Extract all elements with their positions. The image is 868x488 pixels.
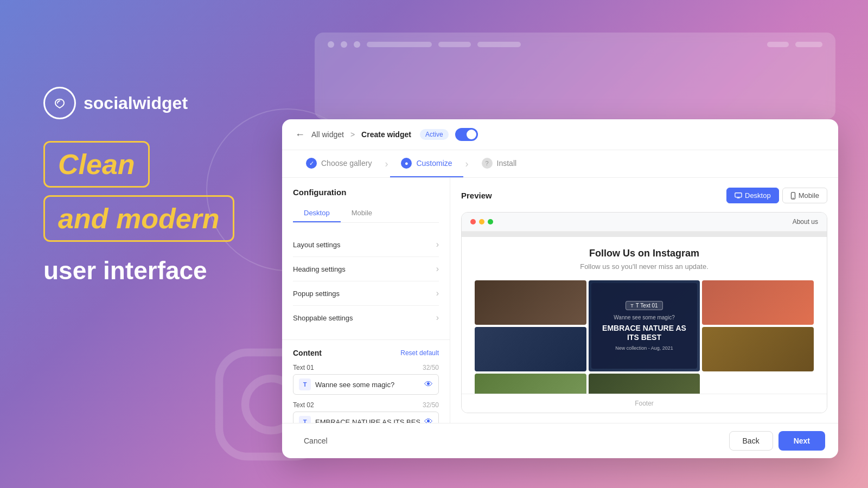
site-nav-bar — [462, 232, 827, 237]
field-text01-count: 32/50 — [423, 364, 439, 371]
step-sep-1: › — [385, 158, 388, 170]
heading-settings-row[interactable]: Heading settings › — [293, 257, 439, 281]
layout-chevron-icon: › — [436, 240, 439, 249]
field-text01-label-row: Text 01 32/50 — [293, 364, 439, 371]
layout-settings-label: Layout settings — [293, 241, 340, 249]
step-1-label: Choose gallery — [321, 159, 372, 168]
monitor-icon — [735, 192, 742, 200]
branding-section: socialwidget Clean and modern user inter… — [43, 87, 234, 285]
grid-cell-3 — [702, 280, 814, 325]
popup-tag-label: T Text 01 — [636, 303, 658, 309]
breadcrumb-all: All widget — [311, 130, 344, 139]
content-header: Content Reset default — [293, 349, 439, 357]
popup-subtitle: Wanne see some magic? — [614, 314, 674, 320]
bg-ghost-card — [315, 33, 835, 119]
site-footer: Footer — [462, 394, 827, 413]
field-text02-count: 32/50 — [423, 401, 439, 409]
modal-header: ← All widget > Create widget Active — [282, 119, 838, 150]
back-arrow-icon[interactable]: ← — [295, 129, 305, 140]
right-panel: Preview Desktop — [450, 178, 838, 423]
content-section: Content Reset default Text 01 32/50 T 👁 — [282, 339, 450, 423]
step-2-dot: ● — [401, 158, 412, 169]
left-panel: Configuration Desktop Mobile Layout sett… — [282, 178, 450, 423]
step-install[interactable]: ? Install — [471, 150, 528, 177]
headline-2: and modern — [58, 203, 220, 234]
svg-point-7 — [793, 197, 794, 198]
text02-t-icon: T — [299, 416, 311, 423]
browser-dot-red — [470, 219, 476, 224]
cancel-button[interactable]: Cancel — [295, 432, 336, 450]
browser-tab-label: About us — [793, 218, 818, 226]
field-text02-wrap: T 👁 — [293, 412, 439, 423]
headline-box-2: and modern — [43, 195, 234, 242]
browser-frame: About us Follow Us on Instagram Follow u… — [461, 212, 827, 413]
popup-chevron-icon: › — [436, 288, 439, 298]
step-customize[interactable]: ● Customize — [390, 150, 463, 177]
preview-tab-mobile-label: Mobile — [799, 191, 819, 200]
popup-settings-row[interactable]: Popup settings › — [293, 281, 439, 306]
grid-cell-5 — [702, 327, 814, 371]
site-body: Follow Us on Instagram Follow us so you'… — [462, 237, 827, 394]
browser-dot-yellow — [479, 219, 484, 224]
logo: socialwidget — [43, 87, 234, 119]
text01-eye-icon[interactable]: 👁 — [424, 380, 433, 389]
breadcrumb-sep: > — [350, 130, 355, 139]
logo-text: socialwidget — [84, 93, 188, 113]
field-text01-label: Text 01 — [293, 364, 314, 371]
instagram-grid: T T Text 01 Wanne see some magic? EMBRAC… — [475, 280, 814, 394]
preview-title: Preview — [461, 191, 492, 200]
grid-cell-4 — [475, 327, 586, 371]
popup-settings-label: Popup settings — [293, 290, 340, 298]
step-2-label: Customize — [416, 159, 452, 168]
svg-rect-3 — [735, 192, 742, 197]
site-content: Follow Us on Instagram Follow us so you'… — [462, 232, 827, 413]
active-toggle[interactable] — [455, 128, 478, 141]
field-text02-input[interactable] — [315, 418, 420, 423]
main-modal: ← All widget > Create widget Active ✓ Ch… — [282, 119, 838, 458]
logo-icon — [43, 87, 76, 119]
headline-1: Clean — [58, 149, 135, 180]
modal-footer: Cancel Back Next — [282, 423, 838, 458]
config-title: Configuration — [293, 188, 439, 197]
footer-right-buttons: Back Next — [729, 431, 825, 451]
grid-cell-1 — [475, 280, 586, 325]
steps-nav: ✓ Choose gallery › ● Customize › ? Insta… — [282, 150, 838, 178]
site-subheading: Follow us so you'll never miss an update… — [475, 262, 814, 271]
grid-cell-7 — [589, 374, 700, 394]
text02-eye-icon[interactable]: 👁 — [424, 417, 433, 423]
config-tabs: Desktop Mobile — [293, 204, 439, 223]
popup-overlay: T T Text 01 Wanne see some magic? EMBRAC… — [591, 283, 698, 369]
next-button[interactable]: Next — [778, 431, 825, 451]
tab-mobile[interactable]: Mobile — [341, 204, 383, 222]
browser-bar: About us — [462, 213, 827, 232]
phone-icon — [790, 192, 796, 200]
tab-desktop[interactable]: Desktop — [293, 204, 341, 222]
shoppable-settings-row[interactable]: Shoppable settings › — [293, 306, 439, 330]
popup-title: EMBRACE NATURE AS ITS BEST — [597, 324, 692, 342]
preview-tab-desktop[interactable]: Desktop — [726, 188, 779, 203]
text01-t-icon: T — [299, 378, 311, 390]
step-3-label: Install — [497, 159, 517, 168]
subheadline: user interface — [43, 256, 234, 285]
grid-cell-6 — [475, 374, 586, 394]
modal-body: Configuration Desktop Mobile Layout sett… — [282, 178, 838, 423]
settings-list: Layout settings › Heading settings › Pop… — [293, 233, 439, 330]
preview-tab-mobile[interactable]: Mobile — [782, 188, 827, 203]
grid-cell-2: T T Text 01 Wanne see some magic? EMBRAC… — [589, 280, 700, 371]
back-button[interactable]: Back — [729, 431, 773, 451]
active-badge: Active — [420, 129, 449, 140]
preview-tab-desktop-label: Desktop — [745, 191, 771, 200]
site-heading: Follow Us on Instagram — [475, 248, 814, 259]
reset-default-button[interactable]: Reset default — [400, 349, 439, 357]
svg-rect-4 — [737, 197, 739, 198]
step-choose-gallery[interactable]: ✓ Choose gallery — [295, 150, 382, 177]
step-1-dot: ✓ — [306, 158, 317, 169]
field-text02-label-row: Text 02 32/50 — [293, 401, 439, 409]
popup-tag: T T Text 01 — [626, 301, 662, 310]
field-text01-wrap: T 👁 — [293, 374, 439, 395]
field-text01-input[interactable] — [315, 381, 420, 389]
headline-box-1: Clean — [43, 141, 150, 188]
layout-settings-row[interactable]: Layout settings › — [293, 233, 439, 257]
preview-tabs: Desktop Mobile — [726, 188, 827, 203]
field-text02: Text 02 32/50 T 👁 — [293, 401, 439, 423]
